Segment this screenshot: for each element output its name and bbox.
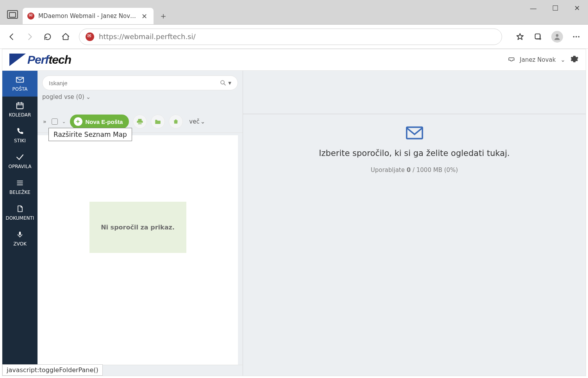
sidebar-item-dokumenti[interactable]: DOKUMENTI [2, 200, 38, 226]
browser-menu-button[interactable] [572, 32, 581, 41]
chevron-down-icon: ⌄ [86, 93, 91, 100]
sidebar-item-beležke[interactable]: BELEŽKE [2, 174, 38, 200]
search-field[interactable]: ▼ [42, 75, 238, 90]
tab-close-button[interactable]: ✕ [140, 12, 149, 20]
app-logo[interactable]: Perftech [9, 53, 71, 66]
search-options-chevron-icon[interactable]: ▼ [228, 81, 231, 85]
logo-text-2: tech [48, 53, 71, 66]
usage-prefix: Uporabljate [371, 167, 407, 174]
message-list: Ni sporočil za prikaz. [38, 135, 238, 365]
sidebar-item-label: BELEŽKE [3, 190, 37, 195]
svg-point-5 [575, 36, 577, 38]
webmail-app: Perftech Janez Novak ⌄ POŠTAKOLEDARSTIKI… [2, 49, 586, 376]
svg-rect-13 [17, 183, 23, 183]
nav-forward-button [25, 32, 34, 41]
svg-rect-8 [17, 103, 23, 109]
reading-pane: Izberite sporočilo, ki si ga želite ogle… [243, 71, 586, 376]
view-filter[interactable]: pogled vse (0) ⌄ [38, 93, 243, 104]
nav-refresh-button[interactable] [43, 32, 52, 41]
envelope-icon [406, 126, 423, 142]
browser-status-bar: javascript:toggleFolderPane() [2, 364, 103, 376]
sidebar-item-koledar[interactable]: KOLEDAR [2, 97, 38, 122]
nav-home-button[interactable] [61, 32, 70, 41]
calendar-icon [3, 100, 37, 111]
sidebar-item-label: DOKUMENTI [3, 215, 37, 221]
nav-sidebar: POŠTAKOLEDARSTIKIOPRAVILABELEŽKEDOKUMENT… [2, 71, 38, 376]
expand-folders-tooltip: Razširite Seznam Map [48, 128, 132, 141]
settings-button[interactable] [570, 55, 579, 65]
current-user-menu[interactable]: Janez Novak ⌄ [508, 55, 579, 65]
select-all-checkbox[interactable] [52, 118, 58, 125]
select-menu-chevron-icon[interactable]: ⌄ [62, 119, 66, 124]
sidebar-item-label: OPRAVILA [3, 164, 37, 169]
envelope-icon [3, 75, 37, 85]
message-list-pane: ▼ pogled vse (0) ⌄ » ⌄ + Nova E-pošta [38, 71, 243, 376]
sidebar-item-label: KOLEDAR [3, 112, 37, 118]
profile-button[interactable] [551, 31, 563, 43]
svg-line-17 [224, 84, 225, 85]
logo-mark-icon [9, 54, 26, 66]
new-tab-button[interactable]: ＋ [155, 8, 172, 24]
mic-icon [3, 229, 37, 240]
more-label: več [189, 118, 199, 125]
tab-title: MDaemon Webmail - Janez Nov… [38, 13, 136, 20]
nav-back-button[interactable] [7, 32, 16, 41]
tabs-overview-icon[interactable] [7, 10, 18, 19]
browser-tabstrip: MDaemon Webmail - Janez Nov… ✕ ＋ — ☐ ✕ [0, 0, 588, 25]
usage-suffix: / 1000 MB (0%) [411, 167, 458, 174]
storage-usage: Uporabljate 0 / 1000 MB (0%) [371, 167, 458, 174]
svg-rect-14 [17, 185, 23, 185]
compose-label: Nova E-pošta [86, 118, 123, 125]
file-icon [3, 204, 37, 214]
svg-rect-15 [19, 232, 21, 235]
print-button[interactable] [133, 115, 147, 129]
svg-point-6 [578, 36, 580, 38]
window-close-button[interactable]: ✕ [566, 0, 588, 16]
address-bar[interactable]: https://webmail.perftech.si/ [79, 29, 502, 45]
sidebar-item-pošta[interactable]: POŠTA [2, 71, 38, 97]
expand-folders-button[interactable]: » [41, 118, 48, 125]
move-folder-button[interactable] [151, 115, 165, 129]
sidebar-item-stiki[interactable]: STIKI [2, 122, 38, 148]
chevron-down-icon: ⌄ [200, 118, 206, 125]
logo-text-1: Perf [27, 53, 48, 66]
list-toolbar: » ⌄ + Nova E-pošta več ⌄ [38, 104, 243, 133]
svg-point-4 [573, 36, 575, 38]
sidebar-item-label: ZVOK [3, 241, 37, 247]
svg-point-3 [556, 34, 559, 37]
view-filter-label: pogled vse (0) [42, 93, 84, 100]
compose-button[interactable]: + Nova E-pošta [70, 115, 129, 129]
collections-button[interactable] [533, 32, 543, 41]
search-icon [220, 79, 227, 86]
more-actions-button[interactable]: več ⌄ [189, 118, 205, 125]
site-favicon-icon [86, 32, 94, 41]
svg-rect-18 [406, 127, 422, 138]
check-icon [3, 152, 37, 162]
search-input[interactable] [49, 80, 220, 86]
user-name: Janez Novak [520, 56, 556, 63]
app-header: Perftech Janez Novak ⌄ [2, 49, 586, 71]
sidebar-item-label: POŠTA [3, 86, 37, 92]
svg-rect-0 [535, 34, 540, 39]
svg-rect-12 [17, 181, 23, 181]
chevron-down-icon: ⌄ [560, 56, 565, 63]
browser-toolbar: https://webmail.perftech.si/ [0, 25, 588, 49]
url-text: https://webmail.perftech.si/ [99, 32, 196, 41]
delete-button[interactable] [169, 115, 183, 129]
sidebar-item-label: STIKI [3, 138, 37, 143]
divider [243, 114, 586, 114]
reading-empty-headline: Izberite sporočilo, ki si ga želite ogle… [311, 149, 517, 158]
sidebar-item-zvok[interactable]: ZVOK [2, 226, 38, 251]
favorites-button[interactable] [515, 32, 525, 41]
window-controls: — ☐ ✕ [522, 0, 588, 16]
inbox-icon [508, 56, 515, 63]
phone-icon [3, 126, 37, 136]
empty-state: Ni sporočil za prikaz. [89, 202, 186, 253]
tab-favicon-icon [27, 13, 34, 20]
browser-tab[interactable]: MDaemon Webmail - Janez Nov… ✕ [23, 8, 154, 24]
window-maximize-button[interactable]: ☐ [544, 0, 566, 16]
plus-icon: + [74, 117, 82, 126]
window-minimize-button[interactable]: — [522, 0, 544, 16]
sidebar-item-opravila[interactable]: OPRAVILA [2, 148, 38, 174]
usage-value: 0 [407, 167, 411, 174]
